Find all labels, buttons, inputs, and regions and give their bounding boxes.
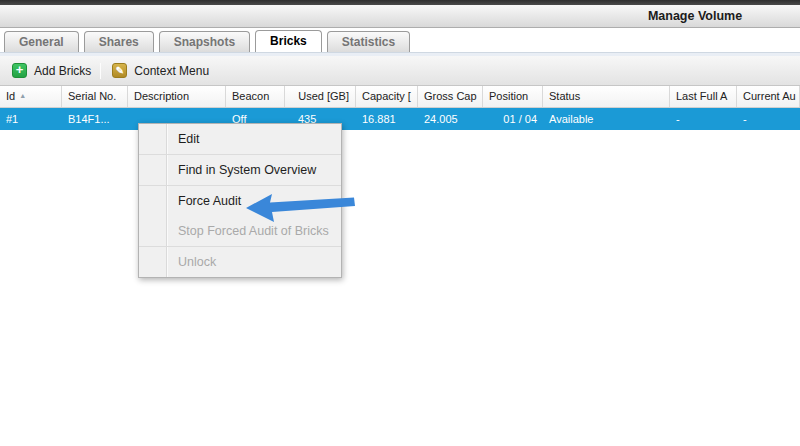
column-header-id[interactable]: Id▲ [0, 86, 62, 107]
grid-header-row: Id▲ Serial No. Description Beacon Used [… [0, 86, 800, 108]
menu-item-edit[interactable]: Edit [139, 124, 341, 154]
column-header-current-audit[interactable]: Current Au [737, 86, 800, 107]
column-header-status[interactable]: Status [543, 86, 670, 107]
row-context-menu: Edit Find in System Overview Force Audit… [138, 123, 342, 278]
cell-current-audit: - [737, 108, 800, 130]
context-menu-button[interactable]: ✎ Context Menu [108, 59, 213, 83]
table-row-brick-1[interactable]: #1 B14F1... Off 435 16.881 24.005 01 / 0… [0, 108, 800, 130]
bricks-toolbar: + Add Bricks ✎ Context Menu [0, 56, 800, 86]
window-title: Manage Volume [640, 5, 750, 28]
sort-asc-icon: ▲ [19, 92, 26, 99]
cell-last-full-audit: - [670, 108, 737, 130]
cell-serial-no: B14F1... [62, 108, 128, 130]
tab-bricks[interactable]: Bricks [255, 30, 322, 52]
menu-item-find-in-system-overview[interactable]: Find in System Overview [139, 155, 341, 185]
menu-item-force-audit[interactable]: Force Audit [139, 186, 341, 216]
add-bricks-label: Add Bricks [34, 64, 91, 78]
context-menu-label: Context Menu [134, 64, 209, 78]
column-header-position[interactable]: Position [483, 86, 543, 107]
tab-general[interactable]: General [4, 31, 79, 52]
column-header-used-gb[interactable]: Used [GB] [285, 86, 356, 107]
tab-shares[interactable]: Shares [84, 31, 154, 52]
column-header-gross-capacity[interactable]: Gross Cap [418, 86, 483, 107]
tab-snapshots[interactable]: Snapshots [159, 31, 250, 52]
column-header-description[interactable]: Description [128, 86, 226, 107]
toolbar-separator [100, 63, 101, 79]
menu-item-unlock: Unlock [139, 247, 341, 277]
add-plus-icon: + [12, 63, 27, 78]
pencil-icon: ✎ [112, 63, 127, 78]
tab-statistics[interactable]: Statistics [327, 31, 410, 52]
cell-position: 01 / 04 [483, 108, 543, 130]
column-header-serial-no[interactable]: Serial No. [62, 86, 128, 107]
cell-gross-capacity: 24.005 [418, 108, 483, 130]
cell-id: #1 [0, 108, 62, 130]
column-header-last-full-audit[interactable]: Last Full A [670, 86, 737, 107]
tab-strip: General Shares Snapshots Bricks Statisti… [0, 28, 800, 52]
cell-capacity: 16.881 [356, 108, 418, 130]
cell-status: Available [543, 108, 670, 130]
column-header-beacon[interactable]: Beacon [226, 86, 285, 107]
window-titlebar: Manage Volume [0, 5, 800, 28]
add-bricks-button[interactable]: + Add Bricks [8, 59, 95, 83]
column-header-capacity[interactable]: Capacity [ [356, 86, 418, 107]
menu-item-stop-forced-audit: Stop Forced Audit of Bricks [139, 216, 341, 246]
manage-volume-window: Manage Volume General Shares Snapshots B… [0, 0, 800, 446]
